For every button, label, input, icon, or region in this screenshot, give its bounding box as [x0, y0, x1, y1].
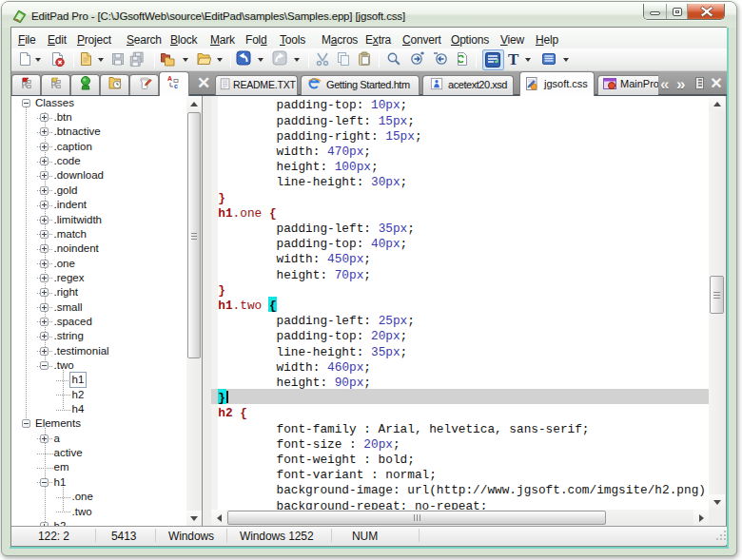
svg-text:A: A [167, 75, 172, 82]
svg-text:c: c [174, 83, 178, 89]
